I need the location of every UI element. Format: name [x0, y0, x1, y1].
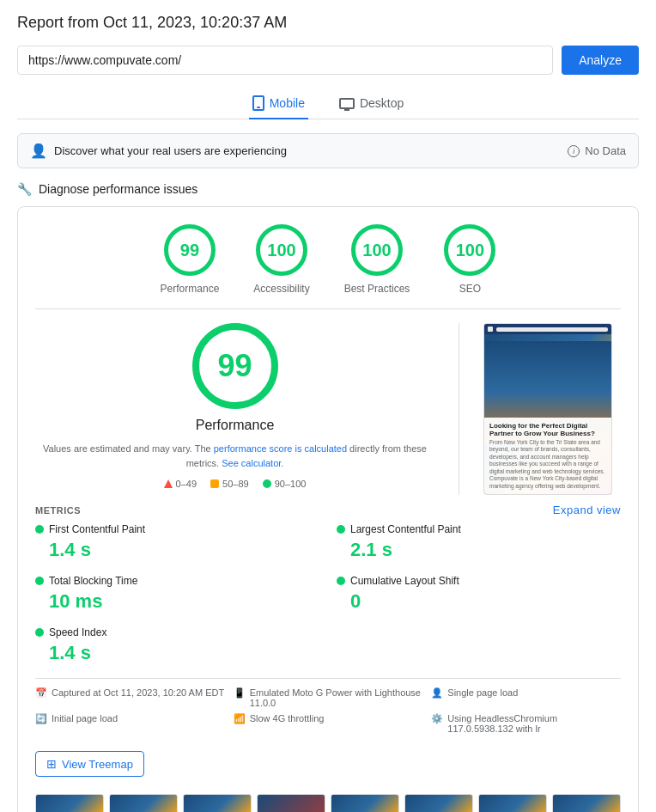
score-circle-performance: 99: [164, 224, 216, 276]
url-input[interactable]: [17, 46, 553, 75]
screenshot-preview: Looking for the Perfect Digital Partner …: [483, 323, 612, 495]
capture-info-text-headless: Using HeadlessChromium 117.0.5938.132 wi…: [447, 713, 621, 734]
score-label-accessibility: Accessibility: [253, 283, 309, 295]
device-icon: 📱: [234, 687, 246, 699]
score-item-best-practices: 100 Best Practices: [344, 224, 410, 295]
report-title: Report from Oct 11, 2023, 10:20:37 AM: [17, 14, 639, 32]
legend-square-icon: [210, 479, 219, 488]
tabs-row: Mobile Desktop: [17, 89, 639, 119]
filmstrip-image-1: Looking for the Perfect Digital Partner …: [109, 794, 178, 812]
perf-score-link[interactable]: performance score is calculated: [214, 443, 347, 454]
person-icon-small: 👤: [431, 687, 443, 699]
capture-info-text-initial: Initial page load: [52, 713, 118, 723]
score-circle-seo: 100: [444, 224, 495, 276]
detail-area: 99 Performance Values are estimated and …: [35, 323, 621, 495]
filmstrip-item-7: Looking for the Perfect Digital Partner …: [552, 794, 621, 812]
legend-mid-label: 50–89: [222, 479, 249, 489]
legend-triangle-icon: [164, 479, 173, 488]
capture-info-text-device: Emulated Moto G Power with Lighthouse 11…: [250, 687, 423, 708]
screenshot-preview-area: Looking for the Perfect Digital Partner …: [483, 323, 621, 495]
view-treemap-button[interactable]: ⊞ View Treemap: [35, 751, 144, 777]
desktop-icon: [339, 98, 355, 109]
metrics-grid: First Contentful Paint 1.4 s Largest Con…: [35, 523, 621, 678]
legend-row: 0–49 50–89 90–100: [35, 479, 434, 489]
treemap-icon: ⊞: [46, 757, 57, 771]
metric-dot-si: [35, 628, 44, 637]
calendar-icon: 📅: [35, 687, 47, 699]
filmstrip-item-3: Looking for the Perfect Digital Partner …: [257, 794, 325, 812]
mobile-icon: [252, 95, 264, 111]
filmstrip-image-7: Looking for the Perfect Digital Partner …: [552, 794, 621, 812]
capture-info-captured: 📅 Captured at Oct 11, 2023, 10:20 AM EDT: [35, 687, 225, 708]
metric-dot-tbt: [35, 577, 44, 585]
expand-view-button[interactable]: Expand view: [553, 504, 621, 516]
filmstrip-image-6: Looking for the Perfect Digital Partner …: [478, 794, 547, 812]
screenshot-body: From New York City to the Tri State area…: [489, 439, 606, 490]
capture-info-device: 📱 Emulated Moto G Power with Lighthouse …: [234, 687, 423, 708]
metric-cls: Cumulative Layout Shift 0: [337, 575, 621, 613]
legend-item-low: 0–49: [164, 479, 197, 489]
metric-dot-cls: [337, 577, 345, 585]
filmstrip-image-4: Looking for the Perfect Digital Partner …: [331, 794, 399, 812]
detail-left: 99 Performance Values are estimated and …: [35, 323, 434, 489]
person-icon: 👤: [30, 143, 47, 159]
headless-icon: ⚙️: [431, 713, 443, 724]
refresh-icon: 🔄: [35, 713, 47, 724]
diagnose-title: Diagnose performance issues: [39, 182, 197, 196]
score-note: Values are estimated and may vary. The p…: [35, 442, 434, 470]
score-label-best-practices: Best Practices: [344, 283, 410, 295]
metric-lcp: Largest Contentful Paint 2.1 s: [337, 523, 621, 561]
capture-info-text-load-type: Single page load: [447, 687, 518, 698]
metrics-label: METRICS: [35, 505, 81, 516]
big-score-circle: 99: [192, 323, 278, 409]
capture-info: 📅 Captured at Oct 11, 2023, 10:20 AM EDT…: [35, 678, 621, 742]
metric-value-tbt: 10 ms: [49, 590, 319, 613]
filmstrip-image-3: Looking for the Perfect Digital Partner …: [257, 794, 325, 812]
tab-mobile[interactable]: Mobile: [249, 89, 308, 119]
filmstrip-item-4: Looking for the Perfect Digital Partner …: [331, 794, 399, 812]
filmstrip-item-5: Looking for the Perfect Digital Partner …: [404, 794, 473, 812]
vertical-divider: [459, 323, 459, 495]
scores-card: 99 Performance 100 Accessibility 100 Bes…: [17, 206, 639, 812]
filmstrip-image-5: Looking for the Perfect Digital Partner …: [404, 794, 473, 812]
metric-label-fcp: First Contentful Paint: [49, 523, 145, 535]
score-item-seo: 100 SEO: [444, 224, 495, 295]
metric-label-tbt: Total Blocking Time: [49, 575, 137, 587]
diagnose-section-header: 🔧 Diagnose performance issues: [17, 182, 639, 196]
metrics-header: METRICS Expand view: [35, 495, 621, 523]
info-bar-text: Discover what your real users are experi…: [54, 144, 287, 157]
legend-low-label: 0–49: [176, 479, 197, 489]
metric-label-si: Speed Index: [49, 626, 106, 638]
wifi-icon: 📶: [234, 713, 246, 724]
legend-item-mid: 50–89: [210, 479, 249, 489]
legend-item-high: 90–100: [263, 479, 307, 489]
tab-desktop[interactable]: Desktop: [336, 89, 407, 119]
capture-info-throttle: 📶 Slow 4G throttling: [234, 713, 423, 734]
capture-info-headless: ⚙️ Using HeadlessChromium 117.0.5938.132…: [431, 713, 621, 734]
legend-dot-icon: [263, 479, 271, 488]
metric-label-cls: Cumulative Layout Shift: [350, 575, 459, 587]
analyze-button[interactable]: Analyze: [562, 46, 639, 75]
info-bar: 👤 Discover what your real users are expe…: [17, 133, 639, 168]
big-score-label: Performance: [35, 418, 434, 433]
screenshot-title: Looking for the Perfect Digital Partner …: [489, 422, 606, 437]
metric-value-cls: 0: [350, 590, 621, 613]
score-item-accessibility: 100 Accessibility: [253, 224, 309, 295]
filmstrip-row: Looking for the Perfect Digital Partner …: [35, 794, 621, 812]
score-circle-best-practices: 100: [351, 224, 403, 276]
filmstrip-item-1: Looking for the Perfect Digital Partner …: [109, 794, 178, 812]
tab-desktop-label: Desktop: [360, 96, 404, 110]
calculator-link[interactable]: See calculator.: [222, 458, 283, 468]
metric-value-si: 1.4 s: [49, 642, 319, 664]
metric-dot-lcp: [337, 525, 345, 534]
score-item-performance: 99 Performance: [161, 224, 220, 295]
capture-info-text-throttle: Slow 4G throttling: [250, 713, 325, 723]
legend-high-label: 90–100: [275, 479, 307, 489]
metric-fcp: First Contentful Paint 1.4 s: [35, 523, 319, 561]
scores-row: 99 Performance 100 Accessibility 100 Bes…: [35, 224, 621, 295]
filmstrip-item-6: Looking for the Perfect Digital Partner …: [478, 794, 547, 812]
wrench-icon: 🔧: [17, 182, 32, 196]
treemap-btn-label: View Treemap: [62, 758, 133, 771]
metric-tbt: Total Blocking Time 10 ms: [35, 575, 319, 613]
capture-info-initial: 🔄 Initial page load: [35, 713, 225, 734]
